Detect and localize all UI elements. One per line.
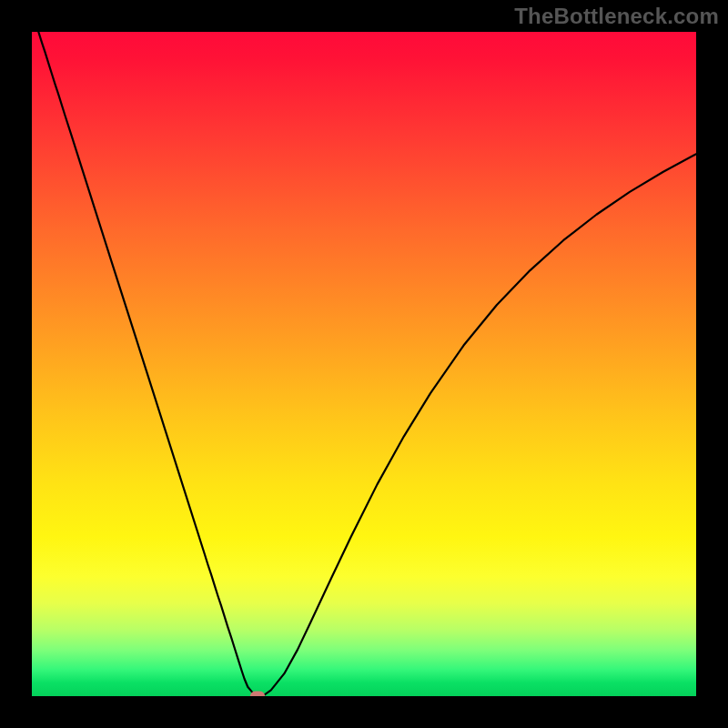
bottleneck-curve	[32, 32, 696, 696]
plot-area	[32, 32, 696, 696]
watermark-text: TheBottleneck.com	[514, 4, 719, 29]
chart-container: TheBottleneck.com	[0, 0, 728, 728]
optimum-marker	[250, 692, 265, 697]
